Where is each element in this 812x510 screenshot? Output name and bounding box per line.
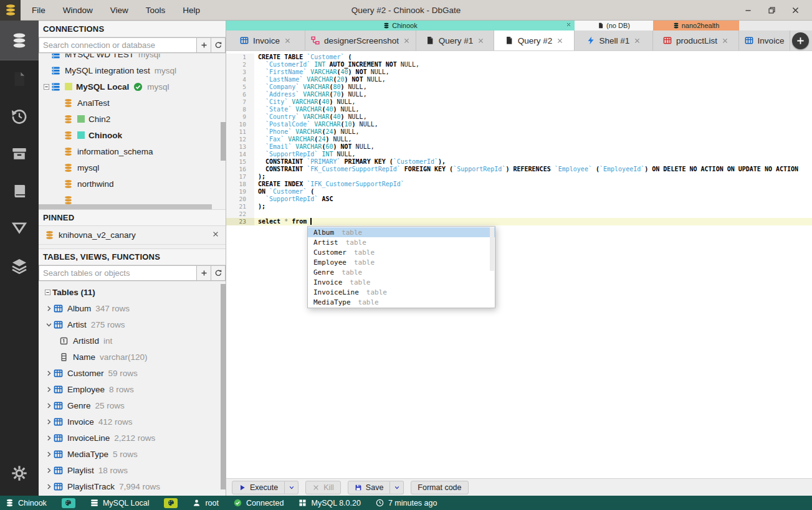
chevron-right-icon[interactable]: [44, 386, 54, 393]
close-tab-button[interactable]: [403, 37, 410, 44]
tab-invoice[interactable]: Invoice: [739, 31, 790, 50]
status-mysqllocal[interactable]: MySQL Local: [90, 499, 150, 508]
connections-hscrollbar[interactable]: [39, 204, 212, 209]
chevron-right-icon[interactable]: [44, 402, 54, 409]
tab-group-nodb[interactable]: (no DB): [575, 21, 653, 31]
chevron-right-icon[interactable]: [44, 467, 54, 474]
menu-tools[interactable]: Tools: [146, 6, 166, 15]
unpin-button[interactable]: [212, 230, 219, 240]
tab-query1[interactable]: Query #1: [416, 31, 494, 50]
chevron-down-icon[interactable]: [44, 321, 54, 328]
menu-help[interactable]: Help: [183, 6, 200, 15]
tab-group-nano2health[interactable]: nano2health: [653, 21, 739, 31]
autocomplete-item-genre[interactable]: Genretable: [308, 267, 495, 277]
tables-search-input[interactable]: [39, 265, 197, 281]
close-tab-button[interactable]: [722, 37, 728, 44]
status-root[interactable]: root: [193, 499, 219, 508]
execute-button[interactable]: Execute: [232, 481, 285, 494]
collapse-expander-icon[interactable]: [42, 289, 52, 296]
close-group-button[interactable]: [566, 21, 571, 29]
sql-editor[interactable]: 1CREATE TABLE `Customer` (2 `CustomerId`…: [226, 51, 812, 478]
autocomplete-item-album[interactable]: Albumtable: [308, 227, 495, 237]
connections-search-input[interactable]: [39, 37, 197, 53]
chevron-right-icon[interactable]: [44, 305, 54, 312]
format-code-button[interactable]: Format code: [411, 481, 468, 494]
tab-invoice[interactable]: Invoice: [226, 31, 305, 50]
connections-vscrollbar[interactable]: [221, 122, 226, 161]
status-mysql8020[interactable]: MySQL 8.0.20: [299, 499, 360, 508]
chevron-right-icon[interactable]: [44, 435, 54, 442]
autocomplete-item-artist[interactable]: Artisttable: [308, 237, 495, 247]
menu-window[interactable]: Window: [63, 6, 93, 15]
table-tree-row[interactable]: Namevarchar(120): [39, 349, 226, 365]
connection-tree-row[interactable]: MySQL Localmysql: [39, 78, 226, 95]
add-connection-button[interactable]: [197, 37, 211, 53]
table-tree-row[interactable]: Invoice412 rows: [39, 413, 226, 430]
close-window-button[interactable]: [786, 2, 805, 17]
table-tree-row[interactable]: Album347 rows: [39, 300, 226, 316]
rail-history-button[interactable]: [0, 98, 39, 135]
connection-tree-row[interactable]: information_schema: [39, 143, 226, 159]
chevron-right-icon[interactable]: [44, 483, 54, 490]
connection-tree-row[interactable]: Chinook: [39, 127, 226, 143]
close-tab-button[interactable]: [284, 37, 291, 44]
rail-archive-button[interactable]: [0, 135, 39, 172]
refresh-connections-button[interactable]: [211, 37, 226, 53]
tab-productlist[interactable]: productList: [653, 31, 739, 50]
autocomplete-item-customer[interactable]: Customertable: [308, 247, 495, 257]
database-color-chip[interactable]: [62, 498, 75, 508]
rail-gear-button[interactable]: [0, 455, 39, 492]
add-table-button[interactable]: [197, 265, 211, 281]
table-tree-row[interactable]: Playlist18 rows: [39, 462, 226, 478]
table-tree-row[interactable]: PlaylistTrack7,994 rows: [39, 478, 226, 494]
rail-file-button[interactable]: [0, 60, 39, 98]
status-chinook[interactable]: Chinook: [6, 499, 47, 508]
connection-tree-row[interactable]: northwind: [39, 176, 226, 192]
rail-database-button[interactable]: [0, 21, 39, 60]
collapse-expander-icon[interactable]: [41, 83, 51, 90]
close-tab-button[interactable]: [556, 37, 563, 44]
connection-tree-row[interactable]: AnalTest: [39, 95, 226, 111]
table-tree-row[interactable]: ArtistIdint: [39, 333, 226, 349]
save-dropdown-button[interactable]: [390, 481, 404, 494]
execute-dropdown-button[interactable]: [285, 481, 299, 494]
table-tree-row[interactable]: InvoiceLine2,212 rows: [39, 430, 226, 446]
minimize-button[interactable]: [738, 2, 757, 17]
pinned-item[interactable]: knihovna_v2_canary: [39, 226, 226, 244]
connection-color-chip[interactable]: [164, 498, 178, 508]
status-connected[interactable]: Connected: [234, 499, 284, 508]
table-tree-row[interactable]: Artist275 rows: [39, 316, 226, 333]
close-tab-button[interactable]: [477, 37, 484, 44]
table-tree-row[interactable]: Tables (11): [39, 284, 226, 300]
close-tab-button[interactable]: [634, 37, 641, 44]
autocomplete-item-invoiceline[interactable]: InvoiceLinetable: [308, 287, 495, 297]
autocomplete-item-employee[interactable]: Employeetable: [308, 257, 495, 267]
chevron-right-icon[interactable]: [44, 451, 54, 458]
table-tree-row[interactable]: Employee8 rows: [39, 381, 226, 397]
autocomplete-scrollbar[interactable]: [490, 227, 494, 271]
restore-button[interactable]: [762, 2, 781, 17]
connection-tree-row[interactable]: Chin2: [39, 111, 226, 127]
tab-shell1[interactable]: Shell #1: [575, 31, 653, 50]
menu-view[interactable]: View: [110, 6, 128, 15]
menu-file[interactable]: File: [32, 6, 45, 15]
save-button[interactable]: Save: [348, 481, 391, 494]
new-tab-button[interactable]: [792, 32, 809, 49]
tables-vscrollbar[interactable]: [221, 284, 226, 489]
table-tree-row[interactable]: Genre25 rows: [39, 397, 226, 413]
table-tree-row[interactable]: Customer59 rows: [39, 365, 226, 381]
chevron-right-icon[interactable]: [44, 418, 54, 425]
refresh-tables-button[interactable]: [211, 265, 226, 281]
autocomplete-item-invoice[interactable]: Invoicetable: [308, 277, 495, 287]
tab-group-chinook[interactable]: Chinook: [226, 21, 575, 31]
rail-book-button[interactable]: [0, 172, 39, 210]
rail-layers-button[interactable]: [0, 247, 39, 285]
tab-query2[interactable]: Query #2: [494, 31, 575, 50]
connection-tree-row[interactable]: MySQL integration testmysql: [39, 62, 226, 78]
status-7minutesago[interactable]: 7 minutes ago: [376, 499, 437, 508]
chevron-right-icon[interactable]: [44, 370, 54, 377]
rail-funnel-button[interactable]: [0, 210, 39, 247]
table-tree-row[interactable]: MediaType5 rows: [39, 446, 226, 462]
autocomplete-item-mediatype[interactable]: MediaTypetable: [308, 297, 495, 307]
tab-designerscreenshot[interactable]: designerScreenshot: [305, 31, 416, 50]
